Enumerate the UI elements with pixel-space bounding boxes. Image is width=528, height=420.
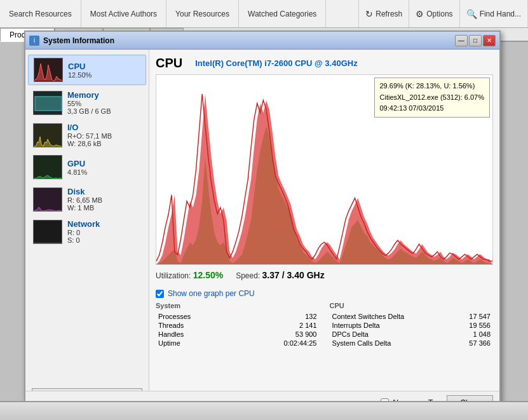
svg-rect-2 [35,97,62,111]
minimize-button[interactable]: — [455,35,468,46]
system-details-table: Processes 132 Threads 2 141 Handles 53 9… [156,312,320,348]
taskbar-tabs: Search Resources Most Active Authors You… [0,0,358,27]
cpu-details-table: Context Switches Delta 17 547 Interrupts… [330,312,494,348]
table-row: Interrupts Delta 19 556 [330,321,494,330]
tab-most-active-authors[interactable]: Most Active Authors [81,0,166,27]
tab-watched-categories[interactable]: Watched Categories [239,0,326,27]
cpu-header: CPU Intel(R) Core(TM) i7-2600 CPU @ 3.40… [156,56,493,71]
memory-mini-graph [33,91,62,115]
context-switches-label: Context Switches Delta [330,312,452,321]
close-button[interactable]: ✕ [483,35,496,46]
handles-value: 53 900 [237,330,319,339]
utilization-label: Utilization: [156,271,191,280]
uptime-label: Uptime [156,339,237,348]
find-hand-button[interactable]: 🔍 Find Hand... [460,0,528,27]
gpu-info: GPU 4.81% [67,159,141,176]
context-switches-value: 17 547 [451,312,493,321]
speed-label: Speed: [236,271,260,280]
disk-label: Disk [67,187,141,196]
handles-label: Handles [156,330,237,339]
left-panel: CPU 12.50% Memory 55% 3,3 GB / 6 GB [25,50,149,414]
cpu-value: 12.50% [68,71,140,79]
cpu-title: CPU [156,56,182,71]
tooltip-line3: 09:42:13 07/03/2015 [380,103,485,114]
details-section: System Processes 132 Threads 2 141 Handl… [156,302,493,348]
memory-value1: 55% [67,100,141,107]
io-value2: W: 28,6 kB [67,140,141,147]
maximize-button[interactable]: □ [469,35,482,46]
speed-value: 3.37 / 3.40 GHz [262,270,325,280]
table-row: Uptime 0:02:44:25 [156,339,320,348]
memory-label: Memory [67,90,141,100]
network-label: Network [67,219,141,229]
tab-search-resources[interactable]: Search Resources [0,0,81,27]
window-icon: i [29,36,39,46]
tab-your-resources[interactable]: Your Resources [166,0,239,27]
table-row: Handles 53 900 [156,330,320,339]
table-row: Processes 132 [156,312,320,321]
taskbar-actions: ↻ Refresh ⚙ Options 🔍 Find Hand... [358,0,528,27]
right-panel: CPU Intel(R) Core(TM) i7-2600 CPU @ 3.40… [149,50,499,414]
window-body: CPU 12.50% Memory 55% 3,3 GB / 6 GB [25,50,499,414]
taskbar: Search Resources Most Active Authors You… [0,0,528,28]
cpu-mini-graph [34,58,63,82]
io-label: I/O [67,123,141,132]
sidebar-item-gpu[interactable]: GPU 4.81% [28,152,146,182]
table-row: DPCs Delta 1 048 [330,330,494,339]
threads-value: 2 141 [237,321,319,330]
sidebar-item-cpu[interactable]: CPU 12.50% [28,55,146,85]
network-mini-graph [33,220,62,244]
tooltip-line2: CitiesXL_2012.exe (5312): 6.07% [380,92,485,104]
interrupts-label: Interrupts Delta [330,321,452,330]
stats-row: Utilization: 12.50% Speed: 3.37 / 3.40 G… [156,270,493,280]
refresh-button[interactable]: ↻ Refresh [359,0,409,27]
cpu-graph-container: 29.69% (K: 28.13%, U: 1.56%) CitiesXL_20… [156,74,493,265]
options-icon: ⚙ [416,9,424,19]
disk-info: Disk R: 6,65 MB W: 1 MB [67,187,141,212]
system-calls-label: System Calls Delta [330,339,452,348]
sidebar-item-io[interactable]: I/O R+O: 57,1 MB W: 28,6 kB [28,120,146,150]
system-section-header: System [156,302,320,309]
io-mini-graph [33,123,62,147]
gpu-value: 4.81% [67,168,141,176]
tooltip-line1: 29.69% (K: 28.13%, U: 1.56%) [380,81,485,92]
cpu-label: CPU [68,62,140,71]
utilization-stat: Utilization: 12.50% [156,270,223,280]
disk-mini-graph [33,187,62,212]
find-icon: 🔍 [466,9,477,19]
window-controls: — □ ✕ [455,35,496,46]
network-value1: R: 0 [67,229,141,236]
sidebar-item-network[interactable]: Network R: 0 S: 0 [28,217,146,247]
gpu-mini-graph [33,155,62,179]
show-graph-per-cpu-label[interactable]: Show one graph per CPU [168,289,255,298]
cpu-section-header: CPU [330,302,494,309]
gpu-label: GPU [67,159,141,168]
speed-stat: Speed: 3.37 / 3.40 GHz [236,270,324,280]
disk-value2: W: 1 MB [67,204,141,212]
disk-value1: R: 6,65 MB [67,196,141,204]
svg-rect-6 [34,220,62,244]
uptime-value: 0:02:44:25 [237,339,319,348]
system-calls-value: 57 366 [451,339,493,348]
sidebar-item-memory[interactable]: Memory 55% 3,3 GB / 6 GB [28,88,146,118]
show-graph-per-cpu-checkbox[interactable] [156,290,164,298]
processes-value: 132 [237,312,319,321]
system-information-window: i System Information — □ ✕ CPU 12.50% [24,30,501,415]
dpcs-label: DPCs Delta [330,330,452,339]
options-button[interactable]: ⚙ Options [409,0,459,27]
io-info: I/O R+O: 57,1 MB W: 28,6 kB [67,123,141,147]
threads-label: Threads [156,321,237,330]
io-value1: R+O: 57,1 MB [67,132,141,140]
cpu-info: CPU 12.50% [68,62,140,79]
sidebar-item-disk[interactable]: Disk R: 6,65 MB W: 1 MB [28,184,146,214]
bottom-strip [0,401,528,420]
system-details-col: System Processes 132 Threads 2 141 Handl… [156,302,320,348]
table-row: Threads 2 141 [156,321,320,330]
memory-value2: 3,3 GB / 6 GB [67,107,141,115]
memory-info: Memory 55% 3,3 GB / 6 GB [67,90,141,115]
interrupts-value: 19 556 [451,321,493,330]
table-row: System Calls Delta 57 366 [330,339,494,348]
dpcs-value: 1 048 [451,330,493,339]
processes-label: Processes [156,312,237,321]
window-title: System Information [43,36,455,45]
